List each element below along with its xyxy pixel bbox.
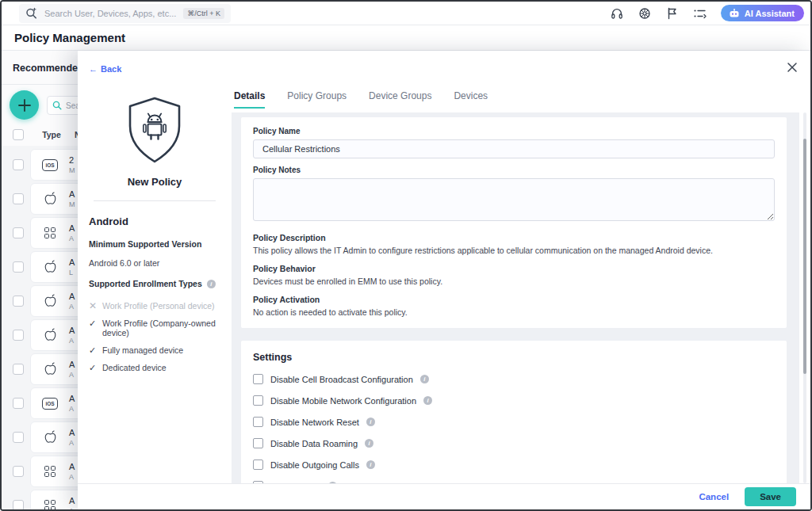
modal-tabs: Details Policy Groups Device Groups Devi… [234, 90, 488, 109]
select-all-checkbox[interactable] [13, 129, 24, 140]
modal-footer: Cancel Save [78, 483, 810, 509]
new-policy-title: New Policy [89, 176, 220, 188]
modal-sidebar: New Policy Android Minimum Supported Ver… [78, 51, 232, 509]
search-shortcut-badge: ⌘/Ctrl + K [183, 8, 224, 19]
row-checkbox[interactable] [13, 296, 24, 307]
policy-subtext-fragment: M [69, 166, 75, 174]
row-checkbox[interactable] [13, 466, 24, 477]
search-icon [52, 101, 62, 110]
min-version-label: Minimum Supported Version [89, 239, 220, 249]
policy-subtext-fragment: A [69, 371, 75, 379]
global-search[interactable]: Search User, Devices, Apps, etc... ⌘/Ctr… [19, 4, 231, 23]
row-checkbox[interactable] [13, 398, 24, 409]
settings-title: Settings [253, 352, 775, 363]
enrollment-type-label: Work Profile (Company-owned device) [102, 318, 220, 337]
enrollment-type-label: Dedicated device [102, 363, 167, 372]
policy-subtext-fragment: A [69, 405, 75, 413]
policy-description-text: This policy allows the IT Admin to confi… [253, 246, 775, 255]
helm-icon[interactable] [638, 6, 652, 21]
enrollment-type-item: ✓ Fully managed device [89, 345, 220, 355]
enrollment-types-label: Supported Enrollment Types [89, 279, 202, 288]
policy-subtext-fragment: A [69, 235, 75, 242]
ios-platform-icon: iOS [42, 159, 58, 171]
save-button[interactable]: Save [745, 487, 796, 506]
headset-icon[interactable] [610, 6, 624, 21]
policy-behavior-text: Devices must be enrolled in EMM to use t… [253, 276, 775, 286]
ai-assistant-button[interactable]: AI Assistant [721, 5, 804, 21]
setting-label: Disable Mobile Network Configuration [270, 396, 416, 406]
row-checkbox[interactable] [13, 500, 24, 509]
policy-name-fragment: A [69, 292, 75, 301]
policy-name-fragment: A [69, 394, 75, 403]
policy-description-label: Policy Description [253, 233, 775, 242]
settings-card: Settings Disable Cell Broadcast Configur… [241, 341, 787, 483]
tab[interactable]: Device Groups [369, 90, 431, 109]
tab[interactable]: Details [234, 90, 265, 109]
cancel-button[interactable]: Cancel [699, 492, 729, 501]
policy-details-card: Policy Name Policy Notes Policy Descript… [241, 117, 787, 328]
multi-platform-grid-icon [44, 227, 56, 239]
setting-row: Disable Mobile Network Configuration i [253, 395, 775, 406]
policy-name-fragment: A [69, 223, 75, 233]
info-icon[interactable]: i [365, 439, 373, 448]
tab[interactable]: Policy Groups [287, 90, 347, 109]
setting-checkbox[interactable] [253, 417, 263, 427]
task-list-icon[interactable] [693, 6, 707, 21]
setting-checkbox[interactable] [253, 395, 263, 406]
info-icon[interactable]: i [207, 280, 216, 288]
row-checkbox[interactable] [13, 193, 24, 204]
info-icon[interactable]: i [423, 396, 432, 405]
policy-name-input[interactable] [253, 139, 775, 158]
cross-icon: ✕ [89, 301, 97, 311]
scrollbar-thumb[interactable] [803, 139, 806, 374]
setting-row: Disable Network Reset i [253, 417, 775, 427]
row-checkbox[interactable] [13, 330, 24, 341]
setting-row: Disable Data Roaming i [253, 438, 775, 448]
policy-subtext-fragment: A [69, 337, 75, 345]
enrollment-type-label: Work Profile (Personal device) [102, 301, 215, 311]
policy-subtext-fragment: A [69, 507, 75, 509]
setting-row: Disable Cell Broadcast Configuration i [253, 374, 775, 384]
divider [94, 200, 216, 201]
search-icon [25, 7, 37, 19]
row-checkbox[interactable] [13, 227, 24, 238]
flag-icon[interactable] [665, 6, 680, 21]
info-icon[interactable]: i [420, 375, 429, 383]
ai-assistant-label: AI Assistant [745, 9, 795, 18]
close-icon[interactable] [787, 62, 798, 73]
ios-platform-icon: iOS [42, 398, 58, 410]
policy-notes-textarea[interactable] [253, 178, 775, 221]
row-checkbox[interactable] [13, 364, 24, 375]
setting-label: Disable Outgoing Calls [270, 460, 359, 470]
setting-checkbox[interactable] [253, 460, 263, 470]
add-policy-button[interactable] [10, 90, 39, 120]
policy-name-fragment: A [69, 428, 75, 437]
info-icon[interactable]: i [366, 418, 375, 426]
enrollment-type-item: ✓ Dedicated device [89, 363, 220, 372]
bot-icon [729, 9, 740, 17]
check-icon: ✓ [89, 345, 97, 355]
policy-name-fragment: A [69, 257, 75, 267]
page-header: Policy Management [2, 25, 810, 51]
row-checkbox[interactable] [13, 261, 24, 273]
android-shield-icon [89, 95, 220, 166]
multi-platform-grid-icon [44, 466, 56, 478]
check-icon: ✓ [89, 318, 97, 328]
setting-checkbox[interactable] [253, 438, 263, 448]
setting-label: Disable Network Reset [270, 418, 359, 427]
enrollment-type-item: ✕ Work Profile (Personal device) [89, 301, 220, 311]
info-icon[interactable]: i [366, 460, 375, 469]
row-checkbox[interactable] [13, 432, 24, 443]
setting-checkbox[interactable] [253, 374, 263, 384]
policy-notes-label: Policy Notes [253, 166, 775, 174]
check-icon: ✓ [89, 363, 97, 372]
modal-content: Policy Name Policy Notes Policy Descript… [232, 112, 799, 483]
setting-label: Disable Cell Broadcast Configuration [270, 375, 413, 384]
policy-subtext-fragment: A [69, 303, 75, 311]
tab[interactable]: Devices [454, 90, 488, 109]
column-header-type: Type [33, 130, 70, 139]
platform-label: Android [89, 215, 220, 227]
row-checkbox[interactable] [13, 159, 24, 170]
apple-platform-icon [44, 192, 57, 207]
policy-subtext-fragment: L [69, 269, 75, 276]
